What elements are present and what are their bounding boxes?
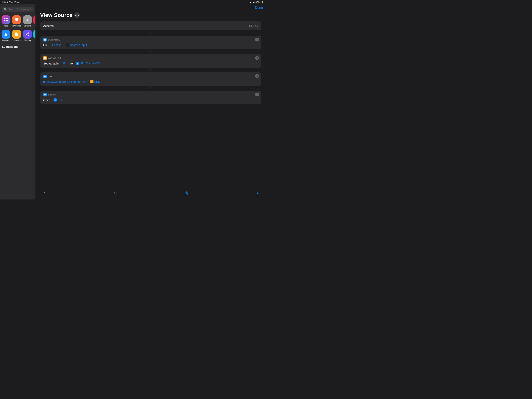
safari-url-token[interactable]: URL (52, 98, 64, 102)
url-token-icon: X (90, 80, 94, 83)
search-icon: 🔍 (4, 8, 7, 11)
shortcut-icon (66, 44, 69, 46)
divider-3 (151, 68, 151, 71)
divider-1 (151, 31, 151, 34)
url-category-icon (43, 75, 47, 78)
view-source-title: View Source (40, 12, 72, 18)
search-input[interactable] (8, 8, 32, 11)
variables-card: ✕ VARIABLES ✕ Set variable URL to URL En… (40, 54, 261, 68)
main-layout: 🔍 Apps (0, 4, 266, 200)
favourites-icon (12, 15, 21, 24)
svg-rect-0 (4, 18, 6, 19)
safari-url-label: URL (57, 98, 63, 102)
safari-close-button[interactable]: ✕ (255, 93, 259, 97)
time-display: 20:49 (2, 1, 8, 3)
location-icon (1, 30, 10, 39)
share-button[interactable] (183, 189, 190, 197)
more-button[interactable]: ••• (74, 13, 80, 18)
search-bar[interactable]: 🔍 (2, 7, 33, 12)
battery-icon: 🔋 (261, 1, 264, 4)
cellular-icon: ◀ (253, 1, 254, 4)
accepts-chevron: › (257, 24, 258, 27)
url-variable-token[interactable]: URL (60, 61, 69, 65)
suggestions-title: Suggestions (2, 45, 18, 48)
shortcut-input-token[interactable]: Shortcut Input (65, 43, 89, 47)
sidebar-item-favourites[interactable]: Favourites (11, 14, 22, 28)
scripting-close-button[interactable]: ✕ (255, 38, 259, 41)
sidebar-item-media[interactable]: Media (33, 14, 35, 28)
status-right: ▲ ◀ 32% 🔋 (249, 1, 264, 4)
apps-icon (1, 15, 10, 24)
url-category-label: URL (48, 75, 53, 77)
documents-label: Documents (12, 39, 22, 41)
safari-card: SAFARI ✕ Open URL (40, 90, 261, 104)
url-close-button[interactable]: ✕ (255, 74, 259, 78)
url-card-header: URL (43, 75, 258, 78)
favourites-label: Favourites (12, 25, 21, 27)
url-prefix: https://www-source.glitch.me/?url= (43, 80, 88, 83)
redo-button[interactable]: ↻ (111, 189, 119, 197)
safari-category-icon (43, 93, 47, 97)
content-area: Done View Source ••• Accepts URLs › (35, 4, 266, 200)
svg-rect-3 (6, 20, 8, 21)
suggestions-section: Suggestions (0, 43, 35, 50)
battery-display: 32% (255, 1, 260, 3)
play-icon (255, 191, 260, 195)
status-left: 20:49 Thu 28 May (2, 1, 21, 3)
play-button[interactable] (253, 189, 261, 197)
scripting-url-card: SCRIPTING ✕ URL Encode Shortcut Input (40, 36, 261, 49)
location-label: Location (2, 39, 10, 41)
url-card: URL ✕ https://www-source.glitch.me/?url=… (40, 72, 261, 86)
variables-category-label: VARIABLES (48, 57, 61, 59)
scripting-icon: x (23, 15, 32, 24)
svg-rect-1 (6, 18, 8, 19)
redo-icon: ↻ (113, 191, 117, 196)
accepts-label: Accepts (43, 24, 54, 27)
sidebar-item-apps[interactable]: Apps (1, 14, 11, 28)
view-source-header: View Source ••• (35, 11, 266, 21)
url-token[interactable]: X URL (89, 80, 101, 84)
svg-rect-2 (4, 20, 6, 21)
content-header: Done (35, 4, 266, 11)
scripting-category-label: SCRIPTING (48, 39, 60, 41)
safari-card-header: SAFARI (43, 93, 258, 97)
variables-close-button[interactable]: ✕ (255, 56, 259, 60)
scripting-content: URL Encode Shortcut Input (43, 43, 258, 47)
media-icon (33, 15, 35, 24)
safari-url-icon (54, 98, 57, 102)
more-icon: ••• (75, 13, 79, 17)
divider-4 (151, 86, 151, 90)
variables-content: Set variable URL to URL Encoded Text (43, 61, 258, 65)
url-encoded-token[interactable]: URL Encoded Text (74, 61, 104, 65)
set-variable-text: Set variable (43, 62, 59, 65)
divider-2 (151, 50, 151, 53)
sidebar-item-sharing[interactable]: Sharing (23, 29, 32, 43)
open-text: Open (43, 98, 51, 102)
sidebar-item-scripting[interactable]: x Scripting (23, 14, 32, 28)
documents-icon (12, 30, 21, 39)
sharing-label: Sharing (24, 39, 31, 41)
wifi-icon: ▲ (249, 1, 252, 3)
bottom-toolbar: ↺ ↻ (35, 187, 266, 200)
accepts-bar[interactable]: Accepts URLs › (40, 21, 261, 30)
web-icon (33, 30, 35, 39)
sidebar-item-documents[interactable]: Documents (11, 29, 22, 43)
sidebar-item-location[interactable]: Location (1, 29, 11, 43)
sharing-icon (23, 30, 32, 39)
encode-token[interactable]: Encode (51, 43, 63, 47)
sidebar: 🔍 Apps (0, 4, 35, 200)
share-icon (184, 191, 189, 195)
sidebar-item-web[interactable]: Web (33, 29, 35, 43)
scripting-category-icon (43, 38, 47, 41)
undo-button[interactable]: ↺ (40, 189, 48, 197)
safari-category-label: SAFARI (48, 94, 56, 96)
undo-icon: ↺ (42, 191, 46, 196)
scripting-card-header: SCRIPTING (43, 38, 258, 41)
svg-marker-4 (67, 44, 68, 46)
safari-content: Open URL (43, 98, 258, 102)
url-content: https://www-source.glitch.me/?url= X URL (43, 80, 258, 84)
done-button[interactable]: Done (255, 6, 263, 10)
actions-container: Accepts URLs › SCRIPTING ✕ URL E (35, 21, 266, 187)
apps-label: Apps (4, 25, 8, 27)
url-encoded-icon (76, 62, 79, 65)
